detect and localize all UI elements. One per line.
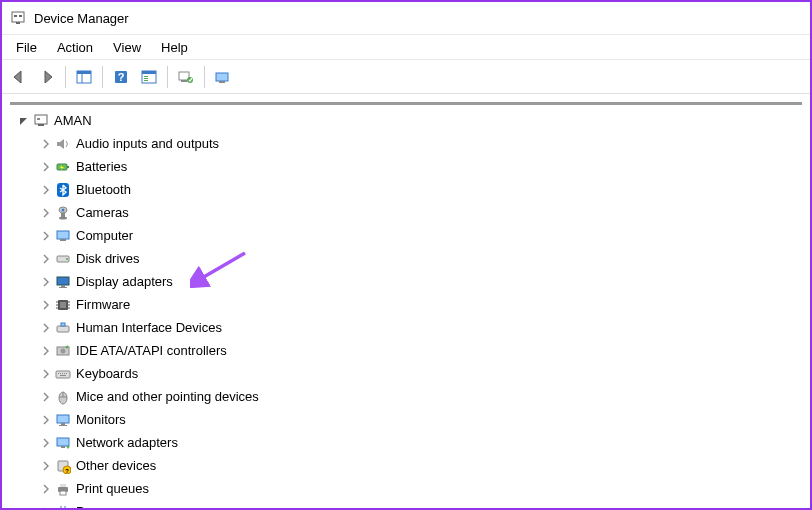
toolbar-separator (65, 66, 66, 88)
app-icon (10, 10, 26, 26)
toolbar-separator (167, 66, 168, 88)
menu-help[interactable]: Help (151, 38, 198, 57)
category-label: Network adapters (76, 435, 178, 450)
svg-rect-37 (60, 302, 66, 308)
hid-icon (54, 319, 72, 337)
printer-icon (54, 480, 72, 498)
chevron-right-icon[interactable] (38, 458, 54, 474)
tree-root-node[interactable]: AMAN (16, 109, 802, 132)
category-label: Batteries (76, 159, 127, 174)
chevron-right-icon[interactable] (38, 435, 54, 451)
tree-category-node[interactable]: ?Other devices (38, 454, 802, 477)
back-button[interactable] (6, 64, 32, 90)
tree-category-node[interactable]: IDE ATA/ATAPI controllers (38, 339, 802, 362)
svg-rect-13 (144, 80, 148, 81)
category-label: Bluetooth (76, 182, 131, 197)
svg-rect-15 (181, 80, 187, 82)
tree-category-node[interactable]: Network adapters (38, 431, 802, 454)
forward-button[interactable] (34, 64, 60, 90)
chevron-right-icon[interactable] (38, 412, 54, 428)
tree-category-node[interactable]: Mice and other pointing devices (38, 385, 802, 408)
toolbar-separator (204, 66, 205, 88)
svg-rect-29 (57, 231, 69, 239)
chevron-right-icon[interactable] (38, 320, 54, 336)
root-label: AMAN (54, 113, 92, 128)
scan-hardware-button[interactable] (173, 64, 199, 90)
tree-category-node[interactable]: Human Interface Devices (38, 316, 802, 339)
svg-rect-58 (57, 415, 69, 423)
tree-category-node[interactable]: Display adapters (38, 270, 802, 293)
svg-rect-53 (66, 373, 67, 374)
svg-rect-19 (35, 115, 47, 124)
svg-rect-60 (59, 425, 67, 426)
tree-category-node[interactable]: Cameras (38, 201, 802, 224)
svg-rect-52 (64, 373, 65, 374)
computer-icon (32, 112, 50, 130)
display-icon (54, 273, 72, 291)
toolbar: ? (2, 60, 810, 94)
help-button[interactable]: ? (108, 64, 134, 90)
tree-category-node[interactable]: Processors (38, 500, 802, 510)
monitor-icon (54, 411, 72, 429)
tree-category-node[interactable]: Firmware (38, 293, 802, 316)
menu-view[interactable]: View (103, 38, 151, 57)
camera-icon (54, 204, 72, 222)
menu-action[interactable]: Action (47, 38, 103, 57)
tree-category-node[interactable]: Disk drives (38, 247, 802, 270)
chevron-right-icon[interactable] (38, 205, 54, 221)
show-hide-tree-button[interactable] (71, 64, 97, 90)
chevron-right-icon[interactable] (38, 182, 54, 198)
chevron-right-icon[interactable] (38, 274, 54, 290)
chevron-right-icon[interactable] (38, 504, 54, 511)
chevron-right-icon[interactable] (38, 366, 54, 382)
svg-rect-49 (58, 373, 59, 374)
svg-rect-21 (37, 118, 40, 120)
firmware-icon (54, 296, 72, 314)
svg-rect-48 (56, 371, 70, 378)
svg-rect-0 (12, 12, 24, 22)
ide-icon (54, 342, 72, 360)
tree-category-node[interactable]: Keyboards (38, 362, 802, 385)
network-icon (54, 434, 72, 452)
category-label: Mice and other pointing devices (76, 389, 259, 404)
titlebar: Device Manager (2, 2, 810, 34)
tree-category-node[interactable]: Computer (38, 224, 802, 247)
svg-rect-18 (219, 81, 225, 83)
chevron-right-icon[interactable] (38, 297, 54, 313)
battery-icon (54, 158, 72, 176)
chevron-down-icon[interactable] (16, 113, 32, 129)
menu-file[interactable]: File (6, 38, 47, 57)
svg-text:?: ? (118, 71, 125, 83)
svg-rect-61 (57, 438, 69, 446)
chevron-right-icon[interactable] (38, 159, 54, 175)
svg-rect-35 (59, 287, 67, 288)
chevron-right-icon[interactable] (38, 389, 54, 405)
tree-category-node[interactable]: Batteries (38, 155, 802, 178)
add-hardware-button[interactable] (210, 64, 236, 90)
chevron-right-icon[interactable] (38, 481, 54, 497)
category-label: Monitors (76, 412, 126, 427)
svg-rect-68 (60, 491, 66, 495)
mouse-icon (54, 388, 72, 406)
svg-rect-3 (16, 22, 20, 24)
tree-category-node[interactable]: Print queues (38, 477, 802, 500)
svg-rect-44 (57, 326, 69, 332)
svg-point-28 (59, 216, 67, 219)
tree-category-node[interactable]: Bluetooth (38, 178, 802, 201)
svg-rect-59 (61, 423, 65, 425)
chevron-right-icon[interactable] (38, 251, 54, 267)
svg-point-47 (61, 348, 66, 353)
chevron-right-icon[interactable] (38, 136, 54, 152)
svg-rect-10 (142, 71, 156, 74)
chevron-right-icon[interactable] (38, 343, 54, 359)
tree-category-node[interactable]: Audio inputs and outputs (38, 132, 802, 155)
chevron-right-icon[interactable] (38, 228, 54, 244)
speaker-icon (54, 135, 72, 153)
other-icon: ? (54, 457, 72, 475)
category-label: IDE ATA/ATAPI controllers (76, 343, 227, 358)
properties-button[interactable] (136, 64, 162, 90)
svg-rect-45 (61, 323, 65, 326)
category-label: Audio inputs and outputs (76, 136, 219, 151)
tree-category-node[interactable]: Monitors (38, 408, 802, 431)
svg-rect-30 (60, 239, 66, 241)
